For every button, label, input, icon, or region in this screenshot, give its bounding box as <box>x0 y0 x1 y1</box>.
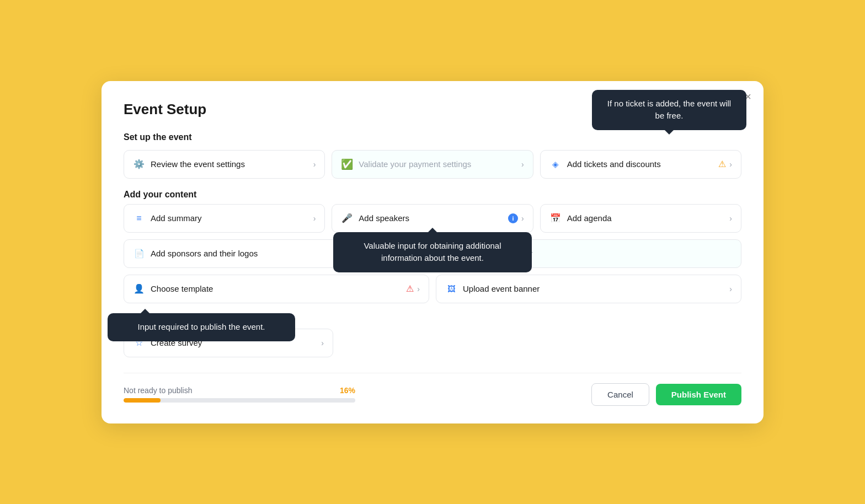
setup-cards-grid: ⚙️ Review the event settings › ✅ Validat… <box>124 150 741 179</box>
add-summary-label: Add summary <box>151 213 202 223</box>
add-tickets-label: Add tickets and discounts <box>567 159 661 169</box>
review-settings-card[interactable]: ⚙️ Review the event settings › <box>124 150 325 179</box>
gear-icon: ⚙️ <box>133 158 145 170</box>
check-circle-icon: ✅ <box>445 248 457 260</box>
design-section: 👤 Choose template ⚠ › Input required to … <box>124 275 741 303</box>
check-circle-icon: ✅ <box>341 158 353 170</box>
add-tickets-card[interactable]: ◈ Add tickets and discounts ⚠ › If no ti… <box>540 150 741 179</box>
info-icon[interactable]: i <box>508 213 518 223</box>
chevron-right-icon: › <box>417 285 420 293</box>
chevron-right-icon: › <box>729 160 732 169</box>
upload-banner-label: Upload event banner <box>463 284 540 293</box>
add-agenda-label: Add agenda <box>567 213 612 223</box>
add-agenda-card[interactable]: 📅 Add agenda › <box>540 204 741 233</box>
chevron-right-icon: › <box>321 339 324 347</box>
add-speakers-label: Add speakers <box>359 213 409 223</box>
add-sponsors-card[interactable]: 📄 Add sponsors and their logos › <box>124 239 429 268</box>
add-speakers-card[interactable]: 🎤 Add speakers i › Valuable input for ob… <box>332 204 533 233</box>
chevron-right-icon: › <box>417 249 420 258</box>
modal-footer: Not ready to publish 16% Cancel Publish … <box>124 373 741 406</box>
review-settings-label: Review the event settings <box>151 159 245 169</box>
validate-payment-label: Validate your payment settings <box>359 159 471 169</box>
chevron-right-icon: › <box>313 214 316 223</box>
post-event-section-title: Post-event activites <box>124 314 741 324</box>
diamond-icon: ◈ <box>549 158 562 170</box>
footer-buttons: Cancel Publish Event <box>591 383 741 406</box>
mic-icon: 🎤 <box>341 212 353 224</box>
chevron-right-icon: › <box>729 285 732 293</box>
star-icon: ☆ <box>133 337 145 349</box>
progress-bar-track <box>124 398 355 403</box>
add-sponsors-label: Add sponsors and their logos <box>151 249 258 258</box>
create-survey-label: Create survey <box>151 338 202 347</box>
progress-percentage: 16% <box>340 386 355 395</box>
close-button[interactable]: × <box>745 91 751 102</box>
event-setup-modal: × Event Setup Set up the event ⚙️ Review… <box>102 81 763 423</box>
post-event-cards: ☆ Create survey › <box>124 329 333 357</box>
content-row2-grid: 📄 Add sponsors and their logos › ✅ Add l… <box>124 239 741 268</box>
progress-bar-fill <box>124 398 161 403</box>
chevron-right-icon: › <box>313 160 316 169</box>
add-summary-card[interactable]: ≡ Add summary › <box>124 204 325 233</box>
warning-red-icon: ⚠ <box>406 283 414 294</box>
upload-banner-card[interactable]: 🖼 Upload event banner › <box>436 275 741 303</box>
design-cards-grid: 👤 Choose template ⚠ › Input required to … <box>124 275 741 303</box>
choose-template-label: Choose template <box>151 284 213 293</box>
lines-icon: ≡ <box>133 212 145 224</box>
add-webinar-card[interactable]: ✅ Add link to webinar <box>436 239 741 268</box>
content-section-title: Add your content <box>124 190 741 200</box>
person-icon: 👤 <box>133 283 145 295</box>
chevron-right-icon: › <box>521 160 524 169</box>
progress-section: Not ready to publish 16% <box>124 386 355 403</box>
add-webinar-label: Add link to webinar <box>463 249 533 258</box>
progress-status-text: Not ready to publish <box>124 386 193 395</box>
doc-icon: 📄 <box>133 248 145 260</box>
validate-payment-card[interactable]: ✅ Validate your payment settings › <box>332 150 533 179</box>
chevron-right-icon: › <box>729 214 732 223</box>
warning-icon: ⚠ <box>718 159 726 169</box>
modal-title: Event Setup <box>124 101 741 118</box>
setup-section-title: Set up the event <box>124 132 741 142</box>
publish-event-button[interactable]: Publish Event <box>656 384 741 405</box>
image-icon: 🖼 <box>445 283 457 295</box>
create-survey-card[interactable]: ☆ Create survey › <box>124 329 333 357</box>
choose-template-card[interactable]: 👤 Choose template ⚠ › Input required to … <box>124 275 429 303</box>
cancel-button[interactable]: Cancel <box>591 383 649 406</box>
chevron-right-icon: › <box>521 214 524 223</box>
calendar-icon: 📅 <box>549 212 562 224</box>
content-row1-grid: ≡ Add summary › 🎤 Add speakers i › Valua… <box>124 204 741 233</box>
